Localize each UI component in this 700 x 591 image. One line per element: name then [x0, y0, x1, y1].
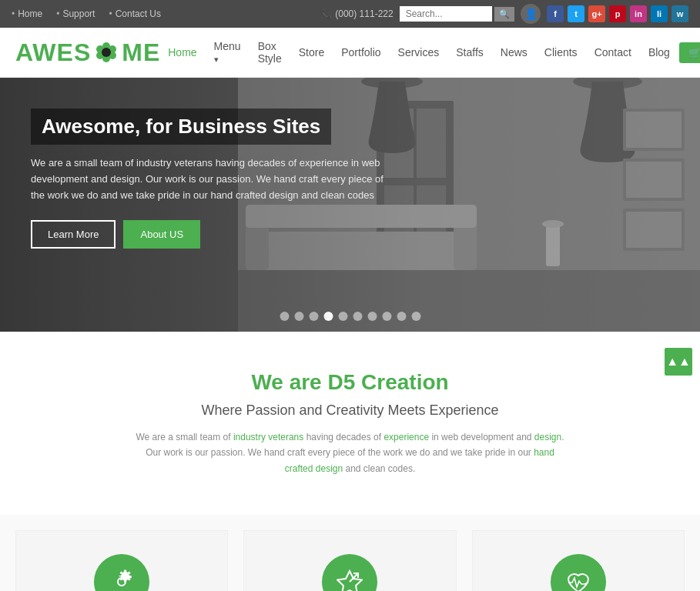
- card-1-icon: [94, 554, 149, 591]
- facebook-icon[interactable]: f: [547, 5, 564, 22]
- logo-text-left: AWES: [15, 38, 91, 67]
- svg-point-21: [542, 220, 564, 228]
- hero-content: Awesome, for Business Sites We are a sma…: [31, 109, 385, 249]
- about-us-button[interactable]: About US: [123, 220, 200, 249]
- hero-section: Awesome, for Business Sites We are a sma…: [0, 78, 700, 332]
- about-description: We are a small team of industry veterans…: [135, 429, 566, 476]
- wordpress-icon[interactable]: w: [672, 5, 688, 22]
- card-2-icon: [322, 554, 377, 591]
- about-section: We are D5 Creation Where Passion and Cre…: [0, 332, 700, 499]
- slide-dot-1[interactable]: [280, 312, 289, 321]
- slider-dots: [280, 312, 420, 321]
- card-1: Awesome Responsive The Color changing op…: [15, 530, 228, 591]
- linkedin-icon[interactable]: li: [651, 5, 668, 22]
- slide-dot-6[interactable]: [353, 312, 362, 321]
- about-title: We are D5 Creation: [15, 370, 685, 395]
- slide-dot-8[interactable]: [382, 312, 391, 321]
- nav-news[interactable]: News: [493, 42, 535, 63]
- svg-rect-20: [546, 224, 560, 266]
- nav-menu[interactable]: Menu: [206, 35, 249, 69]
- twitter-icon[interactable]: t: [568, 5, 584, 22]
- main-nav: Home Menu Box Style Store Portfolio Serv…: [160, 35, 700, 69]
- learn-more-button[interactable]: Learn More: [31, 220, 116, 249]
- slide-dot-9[interactable]: [397, 312, 406, 321]
- nav-box-style[interactable]: Box Style: [250, 35, 290, 69]
- cards-section: Awesome Responsive The Color changing op…: [0, 515, 700, 591]
- googleplus-icon[interactable]: g+: [588, 5, 605, 22]
- social-icons: f t g+ p in li w: [547, 5, 688, 22]
- nav-contact[interactable]: Contact: [587, 42, 639, 63]
- about-desc-hl2: experience: [383, 432, 429, 442]
- slide-dot-4[interactable]: [323, 312, 333, 321]
- slide-dot-2[interactable]: [294, 312, 303, 321]
- nav-staffs[interactable]: Staffs: [448, 42, 491, 63]
- topbar-right: 📞 (000) 111-222 🔍 👤 f t g+ p in li w: [320, 4, 688, 24]
- about-desc-hl3: design: [534, 432, 561, 442]
- star-arrow-icon: [337, 569, 363, 591]
- slide-dot-3[interactable]: [309, 312, 318, 321]
- about-title-highlight: D5 Creation: [327, 370, 448, 394]
- hero-buttons: Learn More About US: [31, 220, 385, 249]
- topbar-home[interactable]: Home: [12, 8, 42, 19]
- nav-clients[interactable]: Clients: [537, 42, 585, 63]
- gear-icon: [109, 569, 135, 591]
- top-bar: Home Support Contact Us 📞 (000) 111-222 …: [0, 0, 700, 28]
- svg-rect-25: [626, 162, 682, 198]
- logo-flower-icon: [92, 38, 120, 66]
- topbar-contact[interactable]: Contact Us: [109, 8, 161, 19]
- scroll-to-top-button[interactable]: ▲▲: [665, 348, 692, 376]
- logo[interactable]: AWES ME: [15, 38, 160, 67]
- pinterest-icon[interactable]: p: [609, 5, 626, 22]
- svg-rect-7: [238, 270, 700, 332]
- topbar-links: Home Support Contact Us: [12, 8, 161, 19]
- header: AWES ME Home Menu Box Style Store Portfo…: [0, 28, 700, 78]
- slide-dot-5[interactable]: [338, 312, 347, 321]
- about-desc-hl4: hand crafted design: [285, 447, 554, 473]
- search-button[interactable]: 🔍: [494, 7, 514, 22]
- nav-services[interactable]: Services: [390, 42, 447, 63]
- about-desc-hl1: industry veterans: [233, 432, 303, 442]
- nav-home[interactable]: Home: [160, 42, 204, 63]
- hero-description: We are a small team of industry veterans…: [31, 155, 385, 203]
- svg-rect-27: [626, 212, 682, 248]
- svg-rect-23: [626, 112, 682, 148]
- phone-number: 📞 (000) 111-222: [320, 8, 393, 19]
- card-3-icon: [551, 554, 606, 591]
- about-subtitle: Where Passion and Creativity Meets Exper…: [15, 402, 685, 419]
- user-icon[interactable]: 👤: [521, 4, 541, 24]
- topbar-support[interactable]: Support: [56, 8, 95, 19]
- search-wrap[interactable]: 🔍: [400, 6, 514, 22]
- nav-portfolio[interactable]: Portfolio: [333, 42, 388, 63]
- logo-text-right: ME: [122, 38, 160, 67]
- svg-point-6: [102, 48, 111, 57]
- cart-button[interactable]: 🛒 0: [679, 42, 700, 63]
- svg-rect-11: [417, 109, 446, 178]
- slide-dot-7[interactable]: [367, 312, 377, 321]
- search-input[interactable]: [400, 6, 492, 22]
- nav-blog[interactable]: Blog: [641, 42, 678, 63]
- slide-dot-10[interactable]: [411, 312, 420, 321]
- card-2: Awesome Responsive The Color changing op…: [243, 530, 456, 591]
- card-3: Awesome Responsive The Color changing op…: [472, 530, 685, 591]
- nav-store[interactable]: Store: [291, 42, 332, 63]
- heartbeat-icon: [565, 569, 591, 591]
- hero-title: Awesome, for Business Sites: [31, 109, 331, 145]
- phone-icon: 📞: [320, 8, 332, 19]
- instagram-icon[interactable]: in: [630, 5, 647, 22]
